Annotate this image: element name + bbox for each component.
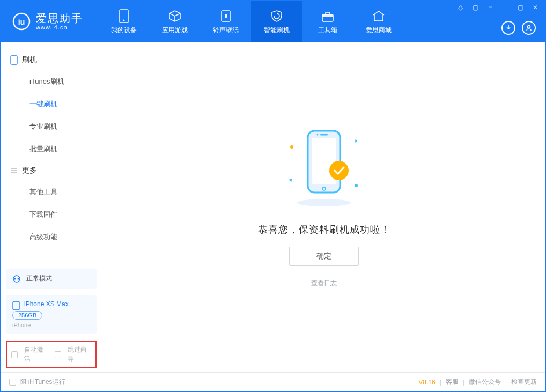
svg-point-3 — [123, 19, 124, 21]
footer-update-link[interactable]: 检查更新 — [511, 378, 537, 387]
version-label: V8.16 — [418, 379, 435, 386]
svg-rect-12 — [13, 301, 19, 310]
svg-point-13 — [290, 145, 293, 149]
menu-icon[interactable]: ≡ — [485, 4, 495, 11]
sidebar-item-one-click-flash[interactable]: 一键刷机 — [13, 93, 102, 115]
user-button[interactable] — [522, 21, 536, 35]
cube-icon — [167, 9, 182, 24]
app-name: 爱思助手 — [36, 12, 83, 24]
svg-rect-18 — [320, 134, 328, 136]
svg-point-7 — [528, 26, 530, 28]
top-nav: 我的设备 应用游戏 铃声壁纸 智能刷机 工具箱 爱思商城 — [98, 1, 404, 42]
flash-options-row: 自动激活 跳过向导 — [6, 341, 97, 368]
list-icon — [10, 167, 18, 174]
sidebar-item-download-firmware[interactable]: 下载固件 — [13, 203, 102, 226]
device-type: iPhone — [12, 322, 90, 328]
app-logo: iu 爱思助手 www.i4.cn — [1, 12, 93, 31]
sidebar: 刷机 iTunes刷机 一键刷机 专业刷机 批量刷机 更多 其他工具 下载固件 … — [1, 42, 102, 372]
auto-activate-label: 自动激活 — [24, 345, 48, 364]
device-mode-label: 正常模式 — [26, 274, 52, 283]
block-itunes-checkbox[interactable] — [9, 379, 16, 386]
device-mode-box[interactable]: 正常模式 — [6, 269, 97, 289]
nav-label: 应用游戏 — [162, 26, 188, 35]
footer-support-link[interactable]: 客服 — [446, 378, 459, 387]
nav-toolbox[interactable]: 工具箱 — [302, 1, 353, 42]
shirt-icon[interactable]: ◇ — [455, 4, 465, 11]
section-title: 更多 — [22, 166, 37, 175]
device-phone-icon — [12, 301, 20, 310]
footer: 阻止iTunes运行 V8.16 | 客服 | 微信公众号 | 检查更新 — [1, 372, 545, 391]
device-icon — [116, 9, 131, 24]
main-panel: 恭喜您，保资料刷机成功啦！ 确定 查看日志 — [102, 42, 545, 372]
svg-point-21 — [297, 199, 351, 206]
window-controls: ◇ ▢ ≡ — ▢ ✕ — [455, 4, 540, 11]
svg-point-20 — [329, 161, 349, 180]
skip-guide-label: 跳过向导 — [68, 345, 91, 364]
download-button[interactable] — [501, 21, 515, 35]
sidebar-item-other-tools[interactable]: 其他工具 — [13, 181, 102, 203]
footer-wechat-link[interactable]: 微信公众号 — [469, 378, 501, 387]
toolbox-icon — [320, 9, 335, 24]
nav-label: 工具箱 — [318, 26, 337, 35]
success-hero: 恭喜您，保资料刷机成功啦！ 确定 查看日志 — [258, 127, 390, 288]
music-icon — [218, 9, 233, 24]
success-message: 恭喜您，保资料刷机成功啦！ — [258, 223, 390, 236]
device-detail-box[interactable]: iPhone XS Max 256GB iPhone — [6, 295, 97, 334]
nav-ringtone-wallpaper[interactable]: 铃声壁纸 — [200, 1, 251, 42]
nav-label: 爱思商城 — [366, 26, 392, 35]
sidebar-item-pro-flash[interactable]: 专业刷机 — [13, 115, 102, 138]
svg-text:iu: iu — [18, 18, 25, 26]
block-itunes-label: 阻止iTunes运行 — [20, 378, 65, 387]
svg-rect-8 — [11, 56, 17, 64]
view-log-link[interactable]: 查看日志 — [311, 279, 337, 288]
close-icon[interactable]: ✕ — [530, 4, 540, 11]
sidebar-item-advanced[interactable]: 高级功能 — [13, 226, 102, 248]
nav-apps-games[interactable]: 应用游戏 — [149, 1, 200, 42]
nav-smart-flash[interactable]: 智能刷机 — [251, 1, 302, 42]
device-storage-badge: 256GB — [12, 311, 42, 320]
svg-point-14 — [355, 184, 358, 187]
header-actions — [501, 21, 536, 35]
nav-my-device[interactable]: 我的设备 — [98, 1, 149, 42]
sidebar-section-flash[interactable]: 刷机 — [1, 50, 102, 70]
svg-point-17 — [317, 134, 319, 136]
app-header: iu 爱思助手 www.i4.cn 我的设备 应用游戏 铃声壁纸 智能刷 — [1, 1, 545, 42]
sync-icon — [12, 275, 21, 283]
sidebar-item-batch-flash[interactable]: 批量刷机 — [13, 138, 102, 160]
shield-icon — [269, 9, 284, 24]
auto-activate-checkbox[interactable] — [11, 351, 18, 358]
svg-rect-6 — [322, 14, 333, 17]
minimize-icon[interactable]: — — [500, 4, 510, 11]
nav-label: 铃声壁纸 — [213, 26, 239, 35]
ok-button[interactable]: 确定 — [289, 247, 359, 266]
note-icon[interactable]: ▢ — [470, 4, 480, 11]
sidebar-item-itunes-flash[interactable]: iTunes刷机 — [13, 70, 102, 93]
section-title: 刷机 — [22, 55, 37, 65]
house-icon — [371, 9, 386, 24]
nav-label: 我的设备 — [111, 26, 137, 35]
phone-outline-icon — [10, 55, 18, 65]
nav-store[interactable]: 爱思商城 — [353, 1, 404, 42]
logo-icon: iu — [12, 12, 31, 31]
sidebar-section-more[interactable]: 更多 — [1, 160, 102, 181]
nav-label: 智能刷机 — [264, 26, 290, 35]
svg-point-10 — [14, 278, 16, 279]
skip-guide-checkbox[interactable] — [55, 351, 61, 358]
maximize-icon[interactable]: ▢ — [515, 4, 525, 11]
app-url: www.i4.cn — [36, 24, 83, 31]
success-phone-illustration — [276, 127, 372, 212]
device-model: iPhone XS Max — [24, 300, 69, 308]
svg-point-11 — [18, 278, 19, 279]
